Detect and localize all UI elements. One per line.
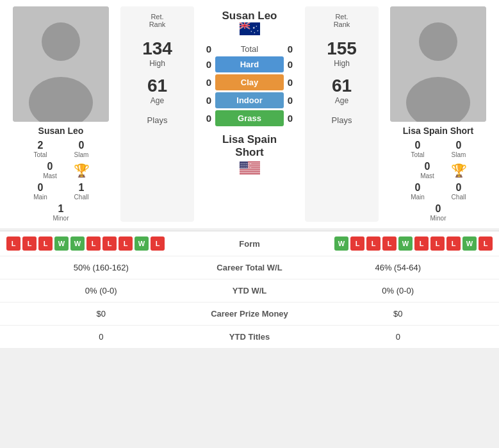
svg-rect-24 (240, 171, 260, 172)
form-label: Form (218, 239, 282, 249)
player2-trophy: 🏆 (449, 161, 468, 179)
svg-text:★: ★ (256, 25, 258, 28)
player2-mast: 0 Mast (408, 161, 446, 179)
player1-card: Susan Leo 2 Total 0 Slam 0 Mast 🏆 (6, 6, 115, 222)
players-section: Susan Leo 2 Total 0 Slam 0 Mast 🏆 (0, 0, 499, 228)
player2-age: 61 Age (332, 76, 352, 105)
svg-text:★: ★ (257, 29, 259, 32)
form-badge-p2: L (430, 236, 445, 251)
player2-card: Lisa Spain Short 0 Total 0 Slam 0 Mast 🏆 (384, 6, 493, 222)
trophy-icon-p1: 🏆 (74, 163, 90, 178)
stats-row: 0YTD Titles0 (0, 326, 499, 349)
form-badge-p2: L (414, 236, 429, 251)
center-panel: Susan Leo ★ ★ ★ (199, 6, 300, 222)
stats-row: $0Career Prize Money$0 (0, 303, 499, 326)
stats-right-value: 0% (0-0) (307, 286, 489, 295)
player2-avatar (390, 6, 486, 122)
court-rows: 0 Total 0 0 Hard 0 0 Clay 0 0 (202, 42, 297, 128)
indoor-button[interactable]: Indoor (215, 92, 284, 108)
form-section: LLLWWLLLWL Form WLLLWLLLWL (0, 231, 499, 256)
total-row: 0 Total 0 (202, 44, 297, 54)
form-badge-p1: W (135, 236, 149, 251)
clay-button[interactable]: Clay (215, 74, 284, 90)
form-badge-p2: L (350, 236, 364, 251)
form-badge-p1: W (54, 236, 69, 251)
player1-chall: 1 Chall (62, 182, 101, 201)
svg-rect-25 (240, 173, 260, 174)
player1-trophy: 🏆 (72, 161, 91, 179)
player2-main: 0 Main (398, 182, 437, 201)
stats-center-label: YTD W/L (192, 286, 307, 295)
form-badge-p1: L (38, 236, 53, 251)
player2-middle-panel: Ret. Rank 155 High 61 Age Plays (305, 6, 379, 222)
hard-row: 0 Hard 0 (202, 56, 297, 72)
player2-plays: Plays (332, 115, 352, 125)
flag-us: ★★★★★★ ★★★★★ ★★★★★★ (240, 162, 260, 174)
stats-left-value: 0% (0-0) (10, 286, 192, 295)
player2-stats: 0 Total 0 Slam 0 Mast 🏆 0 Main (390, 140, 486, 222)
stats-row: 50% (160-162)Career Total W/L46% (54-64) (0, 256, 499, 279)
stats-row: 0% (0-0)YTD W/L0% (0-0) (0, 279, 499, 303)
player2-chall: 0 Chall (439, 182, 478, 201)
form-badge-p1: L (119, 236, 133, 251)
form-badge-p2: L (446, 236, 461, 251)
player2-high: 155 High (327, 38, 357, 68)
player1-name: Susan Leo (38, 126, 84, 136)
svg-text:★★★★★★: ★★★★★★ (240, 166, 252, 169)
form-badge-p1: L (151, 236, 165, 251)
stats-center-label: Career Total W/L (192, 263, 307, 272)
stats-center-label: Career Prize Money (192, 309, 307, 319)
player1-slam: 0 Slam (62, 140, 101, 158)
form-badge-p2: W (398, 236, 413, 251)
svg-point-31 (419, 22, 457, 61)
indoor-row: 0 Indoor 0 (202, 92, 297, 108)
center-p2-name: Lisa Spain Short (222, 133, 277, 159)
player1-high: 134 High (142, 38, 172, 68)
p1-form-badges: LLLWWLLLWL (6, 236, 218, 251)
svg-text:★: ★ (254, 31, 256, 34)
player1-plays: Plays (147, 115, 168, 125)
form-badge-p1: L (102, 236, 117, 251)
trophy-icon-p2: 🏆 (451, 163, 467, 178)
player1-age: 61 Age (147, 76, 167, 105)
main-container: Susan Leo 2 Total 0 Slam 0 Mast 🏆 (0, 0, 499, 349)
stats-left-value: 50% (160-162) (10, 263, 192, 272)
player1-stats: 2 Total 0 Slam 0 Mast 🏆 0 Main (13, 140, 109, 222)
p1-flag-row: ★ ★ ★ ★ ★ (240, 22, 260, 35)
form-badge-p1: L (86, 236, 101, 251)
stats-right-value: 46% (54-64) (307, 263, 489, 272)
player1-main: 0 Main (21, 182, 60, 201)
grass-button[interactable]: Grass (215, 110, 284, 126)
stats-left-value: $0 (10, 309, 192, 319)
svg-text:★: ★ (250, 30, 252, 33)
player2-minor: 0 Minor (419, 203, 457, 222)
stats-right-value: 0 (307, 332, 489, 342)
form-badge-p2: W (334, 236, 348, 251)
player2-rank: Ret. Rank (334, 13, 350, 28)
svg-point-1 (42, 22, 80, 61)
form-badge-p1: W (70, 236, 85, 251)
hard-button[interactable]: Hard (215, 56, 284, 72)
clay-row: 0 Clay 0 (202, 74, 297, 90)
player1-middle-panel: Ret. Rank 134 High 61 Age Plays (120, 6, 194, 222)
player1-minor: 1 Minor (42, 203, 80, 222)
form-badge-p1: L (6, 236, 20, 251)
player1-mast: 0 Mast (31, 161, 69, 179)
player2-total: 0 Total (398, 140, 437, 158)
form-badge-p2: L (479, 236, 493, 251)
flag-au: ★ ★ ★ ★ ★ (240, 22, 260, 35)
stats-center-label: YTD Titles (192, 332, 307, 342)
player1-rank: Ret. Rank (149, 13, 166, 28)
p2-form-badges: WLLLWLLLWL (282, 236, 493, 251)
player2-name: Lisa Spain Short (403, 126, 473, 136)
player1-avatar (13, 6, 109, 122)
form-badge-p2: L (382, 236, 397, 251)
center-p1-name: Susan Leo (222, 10, 277, 22)
stats-rows: 50% (160-162)Career Total W/L46% (54-64)… (0, 256, 499, 349)
player2-slam: 0 Slam (439, 140, 478, 158)
stats-left-value: 0 (10, 332, 192, 342)
p2-flag-row: ★★★★★★ ★★★★★ ★★★★★★ (240, 162, 260, 174)
stats-right-value: $0 (307, 309, 489, 319)
form-badge-p2: L (366, 236, 380, 251)
svg-rect-23 (240, 169, 260, 170)
